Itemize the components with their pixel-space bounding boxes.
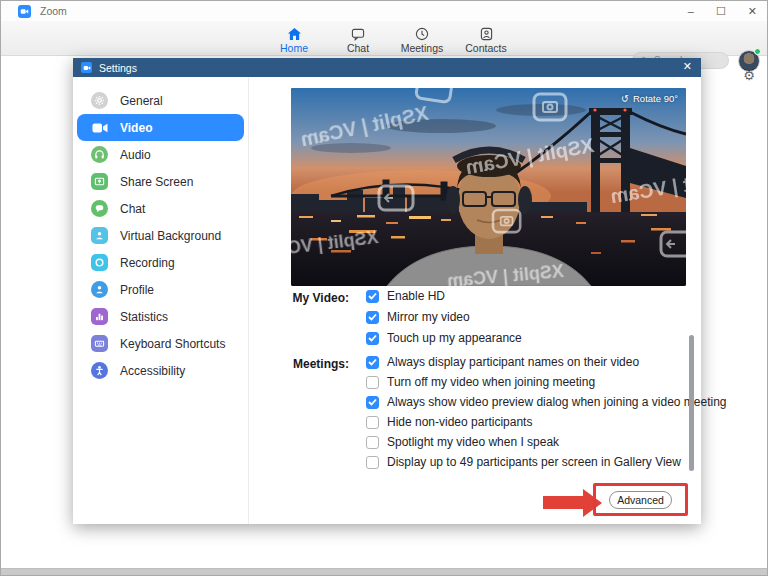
advanced-button[interactable]: Advanced — [609, 491, 672, 509]
sidebar-item-recording[interactable]: Recording — [77, 249, 244, 276]
sidebar-item-label: Accessibility — [120, 364, 185, 378]
sidebar-item-label: Share Screen — [120, 175, 193, 189]
settings-titlebar: Settings ✕ — [73, 58, 701, 77]
camera-preview: XSplit | VCam XSplit | VCam XSplit | VCa… — [291, 88, 686, 286]
rotate-label: Rotate 90° — [633, 93, 678, 104]
settings-close-icon[interactable]: ✕ — [683, 60, 692, 73]
checkbox-label: Turn off my video when joining meeting — [387, 375, 595, 389]
window-title: Zoom — [40, 5, 67, 17]
tab-label: Meetings — [401, 42, 444, 54]
zoom-app-icon — [18, 5, 31, 18]
settings-dialog: Settings ✕ General Video — [73, 58, 701, 524]
sidebar-item-accessibility[interactable]: Accessibility — [77, 357, 244, 384]
window-titlebar: Zoom – ☐ ✕ — [1, 1, 767, 21]
sidebar-item-chat[interactable]: Chat — [77, 195, 244, 222]
profile-icon — [91, 281, 108, 298]
sidebar-item-label: Keyboard Shortcuts — [120, 337, 225, 351]
checkbox-label: Mirror my video — [387, 310, 470, 324]
checkbox[interactable] — [366, 416, 379, 429]
camera-preview-scene: XSplit | VCam XSplit | VCam XSplit | VCa… — [291, 88, 686, 286]
checkbox-49-participants[interactable]: Display up to 49 participants per screen… — [366, 455, 727, 469]
checkbox-mirror-my-video[interactable]: Mirror my video — [366, 310, 522, 324]
home-icon — [287, 26, 302, 41]
gear-icon[interactable]: ⚙ — [743, 68, 755, 83]
chat-bubble-icon — [351, 26, 365, 41]
checkbox-spotlight-my-video[interactable]: Spotlight my video when I speak — [366, 435, 727, 449]
sidebar-item-video[interactable]: Video — [77, 114, 244, 141]
checkbox-label: Always show video preview dialog when jo… — [387, 395, 727, 409]
tab-label: Home — [280, 42, 308, 54]
red-arrow — [543, 496, 585, 509]
checkbox[interactable] — [366, 396, 379, 409]
tab-contacts[interactable]: Contacts — [454, 23, 518, 54]
sidebar-item-label: Recording — [120, 256, 175, 270]
video-settings-panel: XSplit | VCam XSplit | VCam XSplit | VCa… — [249, 77, 701, 524]
tab-label: Chat — [347, 42, 369, 54]
virtual-background-icon — [91, 227, 108, 244]
checkbox-label: Hide non-video participants — [387, 415, 532, 429]
checkbox[interactable] — [366, 436, 379, 449]
checkbox-label: Spotlight my video when I speak — [387, 435, 559, 449]
sidebar-item-label: Virtual Background — [120, 229, 221, 243]
tab-chat[interactable]: Chat — [326, 23, 390, 54]
headset-icon — [91, 146, 108, 163]
gear-icon — [91, 92, 108, 109]
clock-icon — [415, 26, 429, 41]
main-navbar: Home Chat Meetings Contacts — [1, 21, 767, 56]
contacts-icon — [480, 26, 493, 41]
sidebar-item-label: Audio — [120, 148, 151, 162]
online-status-dot — [754, 48, 761, 55]
sidebar-item-profile[interactable]: Profile — [77, 276, 244, 303]
minimize-button[interactable]: – — [688, 1, 694, 21]
sidebar-item-label: General — [120, 94, 163, 108]
checkbox[interactable] — [366, 356, 379, 369]
checkbox-hide-non-video[interactable]: Hide non-video participants — [366, 415, 727, 429]
sidebar-item-keyboard-shortcuts[interactable]: Keyboard Shortcuts — [77, 330, 244, 357]
checkbox-enable-hd[interactable]: Enable HD — [366, 289, 522, 303]
rotate-control[interactable]: ↺ Rotate 90° — [621, 93, 678, 104]
chat-icon — [91, 200, 108, 217]
sidebar-item-audio[interactable]: Audio — [77, 141, 244, 168]
record-icon — [91, 254, 108, 271]
settings-sidebar: General Video Audio — [73, 77, 249, 524]
sidebar-item-label: Chat — [120, 202, 145, 216]
sidebar-item-statistics[interactable]: Statistics — [77, 303, 244, 330]
scrollbar-thumb[interactable] — [689, 335, 694, 471]
window-bottom-edge — [1, 568, 767, 575]
checkbox[interactable] — [366, 332, 379, 345]
video-camera-icon — [91, 119, 108, 136]
meetings-group-label: Meetings: — [249, 357, 349, 371]
close-button[interactable]: ✕ — [748, 1, 757, 21]
checkbox-label: Touch up my appearance — [387, 331, 522, 345]
settings-camera-icon — [81, 62, 92, 73]
checkbox[interactable] — [366, 311, 379, 324]
sidebar-item-general[interactable]: General — [77, 87, 244, 114]
bar-chart-icon — [91, 308, 108, 325]
sidebar-item-label: Video — [120, 121, 152, 135]
zoom-window: Zoom – ☐ ✕ Home Chat — [0, 0, 768, 576]
my-video-group-label: My Video: — [249, 291, 349, 305]
sidebar-item-virtual-background[interactable]: Virtual Background — [77, 222, 244, 249]
keyboard-icon — [91, 335, 108, 352]
checkbox-touch-up-appearance[interactable]: Touch up my appearance — [366, 331, 522, 345]
sidebar-item-label: Profile — [120, 283, 154, 297]
tab-home[interactable]: Home — [262, 23, 326, 54]
checkbox-turn-off-video-joining[interactable]: Turn off my video when joining meeting — [366, 375, 727, 389]
settings-title: Settings — [99, 62, 137, 74]
checkbox[interactable] — [366, 456, 379, 469]
maximize-button[interactable]: ☐ — [716, 1, 726, 21]
checkbox-label: Enable HD — [387, 289, 445, 303]
checkbox-video-preview-dialog[interactable]: Always show video preview dialog when jo… — [366, 395, 727, 409]
checkbox-label: Always display participant names on thei… — [387, 355, 639, 369]
sidebar-item-label: Statistics — [120, 310, 168, 324]
rotate-icon: ↺ — [621, 93, 629, 104]
sidebar-item-share-screen[interactable]: Share Screen — [77, 168, 244, 195]
checkbox-display-participant-names[interactable]: Always display participant names on thei… — [366, 355, 727, 369]
checkbox[interactable] — [366, 376, 379, 389]
tab-meetings[interactable]: Meetings — [390, 23, 454, 54]
share-screen-icon — [91, 173, 108, 190]
checkbox-label: Display up to 49 participants per screen… — [387, 455, 681, 469]
accessibility-icon — [91, 362, 108, 379]
tab-label: Contacts — [465, 42, 506, 54]
checkbox[interactable] — [366, 290, 379, 303]
